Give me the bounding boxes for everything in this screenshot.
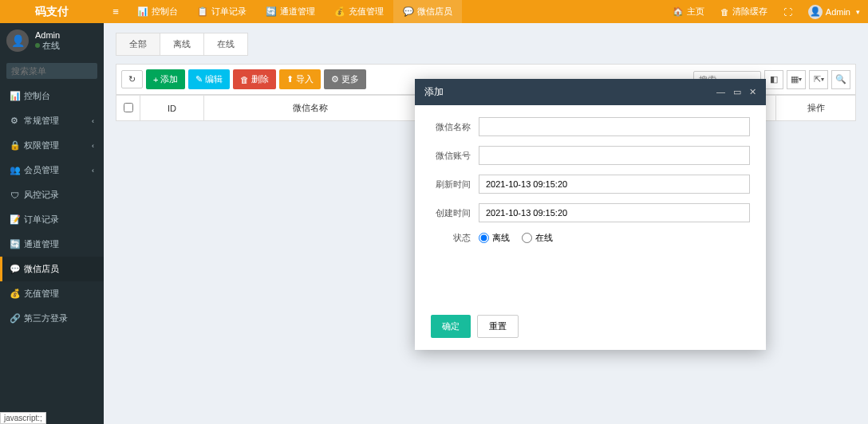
avatar-icon: 👤	[808, 5, 823, 19]
export-icon: ⇱	[814, 74, 821, 84]
plus-icon: +	[153, 75, 158, 84]
export-button[interactable]: ⇱▾	[809, 70, 828, 89]
topnav-channels[interactable]: 🔄通道管理	[256, 0, 325, 23]
close-button[interactable]: ✕	[749, 87, 756, 97]
money-icon: 💰	[334, 6, 345, 17]
user-avatar: 👤	[6, 29, 29, 52]
user-menu[interactable]: 👤 Admin ▾	[800, 5, 868, 19]
input-wechat-name[interactable]	[479, 117, 750, 136]
chevron-left-icon: ‹	[92, 167, 94, 175]
toggle-view-button[interactable]: ◧	[764, 70, 783, 89]
refresh-button[interactable]: ↻	[121, 70, 143, 88]
money-icon: 💰	[10, 289, 19, 299]
home-icon: 🏠	[673, 6, 684, 17]
link-icon: 🔗	[10, 313, 19, 324]
label-refresh-time: 刷新时间	[431, 179, 479, 190]
list-icon: 📝	[10, 214, 19, 225]
sync-icon: 🔄	[266, 6, 277, 17]
import-button[interactable]: ⬆导入	[279, 69, 321, 89]
filter-tabs: 全部 离线 在线	[116, 33, 856, 56]
wechat-icon: 💬	[403, 6, 414, 17]
shield-icon: 🛡	[10, 190, 19, 200]
input-refresh-time[interactable]	[479, 175, 750, 194]
th-action: 操作	[776, 96, 856, 121]
list-icon: 📋	[197, 6, 208, 17]
chevron-left-icon: ‹	[92, 142, 94, 150]
label-status: 状态	[431, 232, 479, 244]
trash-icon: 🗑	[720, 7, 729, 17]
sidebar-item-channels[interactable]: 🔄通道管理	[0, 232, 104, 257]
status-dot-icon	[35, 43, 40, 48]
radio-online[interactable]: 在线	[522, 232, 553, 244]
modal-title: 添加	[424, 85, 444, 99]
more-button[interactable]: ⚙更多	[324, 69, 366, 89]
search-button[interactable]: 🔍	[831, 70, 850, 89]
main-content: 全部 离线 在线 ↻ +添加 ✎编辑 🗑删除 ⬆导入 ⚙更多 ◧ ▦▾ ⇱▾ 🔍	[104, 23, 868, 424]
modal-header[interactable]: 添加 — ▭ ✕	[415, 79, 766, 105]
chevron-down-icon: ▾	[799, 76, 802, 83]
tab-online[interactable]: 在线	[203, 33, 248, 56]
topnav-dashboard[interactable]: 📊控制台	[128, 0, 187, 23]
sidebar-search-input[interactable]	[6, 63, 104, 79]
sidebar-item-wechat-staff[interactable]: 💬微信店员	[0, 257, 104, 281]
radio-offline[interactable]: 离线	[479, 232, 510, 244]
sidebar-item-dashboard[interactable]: 📊控制台	[0, 84, 104, 108]
topnav-wechat-staff[interactable]: 💬微信店员	[393, 0, 462, 23]
th-id[interactable]: ID	[140, 96, 204, 121]
user-panel: 👤 Admin 在线	[0, 23, 104, 58]
sidebar-item-orders[interactable]: 📝订单记录	[0, 207, 104, 232]
minimize-button[interactable]: —	[716, 87, 725, 97]
delete-button[interactable]: 🗑删除	[233, 69, 276, 89]
topnav-recharge[interactable]: 💰充值管理	[325, 0, 393, 23]
columns-button[interactable]: ▦▾	[787, 70, 806, 89]
input-wechat-account[interactable]	[479, 146, 750, 165]
search-icon: 🔍	[835, 74, 846, 84]
reset-button[interactable]: 重置	[477, 315, 519, 338]
sidebar-item-members[interactable]: 👥会员管理‹	[0, 158, 104, 183]
tab-all[interactable]: 全部	[116, 33, 160, 56]
grid-icon: ▦	[791, 74, 799, 84]
expand-icon: ⛶	[783, 7, 792, 17]
home-link[interactable]: 🏠主页	[665, 6, 712, 18]
status-bar: javascript:;	[0, 412, 46, 424]
toggle-icon: ◧	[770, 74, 778, 84]
wechat-icon: 💬	[10, 264, 19, 274]
input-create-time[interactable]	[479, 203, 750, 222]
dashboard-icon: 📊	[10, 91, 19, 101]
chevron-down-icon: ▾	[856, 8, 860, 16]
label-create-time: 创建时间	[431, 207, 479, 219]
pencil-icon: ✎	[195, 74, 203, 84]
chevron-down-icon: ▾	[821, 76, 824, 83]
top-navigation: 📊控制台 📋订单记录 🔄通道管理 💰充值管理 💬微信店员	[128, 0, 462, 23]
fullscreen-button[interactable]: ⛶	[775, 7, 800, 17]
submit-button[interactable]: 确定	[431, 315, 471, 338]
user-name: Admin	[35, 30, 60, 40]
edit-button[interactable]: ✎编辑	[188, 69, 230, 89]
sidebar-item-permissions[interactable]: 🔒权限管理‹	[0, 133, 104, 158]
tab-offline[interactable]: 离线	[160, 33, 204, 56]
gear-icon: ⚙	[331, 74, 339, 84]
chevron-left-icon: ‹	[92, 117, 94, 125]
app-logo: 码支付	[0, 5, 104, 19]
clear-cache-link[interactable]: 🗑清除缓存	[712, 6, 775, 18]
add-button[interactable]: +添加	[146, 69, 185, 89]
topnav-orders[interactable]: 📋订单记录	[187, 0, 256, 23]
sidebar-item-risk[interactable]: 🛡风控记录	[0, 183, 104, 207]
upload-icon: ⬆	[286, 74, 294, 84]
sidebar-item-thirdparty[interactable]: 🔗第三方登录	[0, 306, 104, 331]
gear-icon: ⚙	[10, 116, 19, 126]
sidebar-item-general[interactable]: ⚙常规管理‹	[0, 108, 104, 133]
label-wechat-name: 微信名称	[431, 121, 479, 133]
user-status: 在线	[35, 40, 60, 52]
lock-icon: 🔒	[10, 140, 19, 151]
th-wechat-name[interactable]: 微信名称	[204, 96, 417, 121]
refresh-icon: ↻	[128, 74, 136, 84]
maximize-button[interactable]: ▭	[733, 87, 741, 97]
sync-icon: 🔄	[10, 239, 19, 249]
select-all-checkbox[interactable]	[124, 103, 133, 112]
menu-toggle-icon[interactable]: ≡	[104, 6, 128, 18]
sidebar-item-recharge[interactable]: 💰充值管理	[0, 281, 104, 306]
users-icon: 👥	[10, 165, 19, 175]
dashboard-icon: 📊	[137, 6, 148, 17]
add-modal: 添加 — ▭ ✕ 微信名称 微信账号 刷新时间	[415, 79, 766, 350]
